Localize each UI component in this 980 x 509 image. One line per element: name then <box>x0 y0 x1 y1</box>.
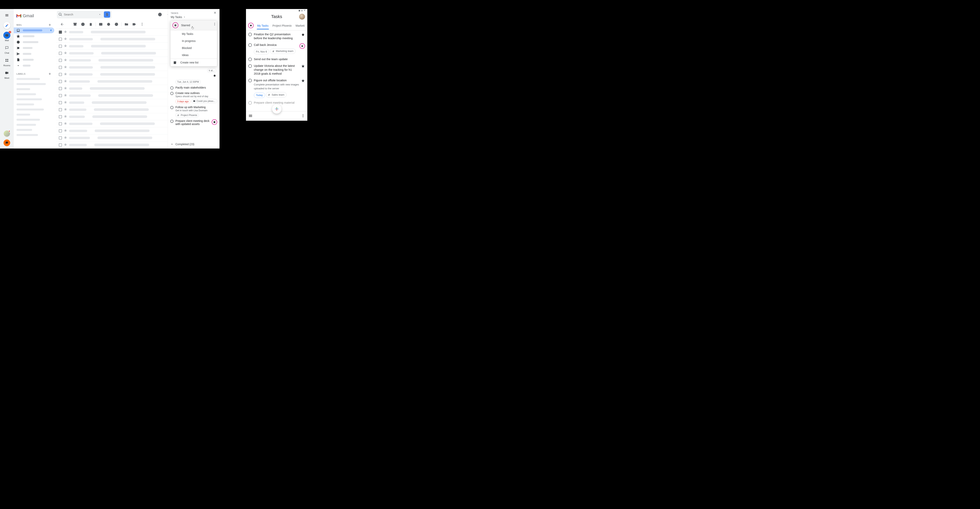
help-button[interactable] <box>156 11 164 18</box>
star-toggle[interactable] <box>64 129 67 133</box>
task-item[interactable]: Create new outlines Specs should out by … <box>170 92 217 103</box>
task-complete-toggle[interactable] <box>248 43 252 47</box>
mobile-avatar[interactable] <box>299 14 305 20</box>
task-complete-toggle[interactable] <box>248 57 252 61</box>
delete-button[interactable] <box>88 21 94 28</box>
task-star[interactable] <box>299 43 305 54</box>
rail-meet[interactable]: Meet <box>3 69 10 79</box>
task-complete-toggle[interactable] <box>248 64 252 68</box>
checkbox[interactable] <box>59 87 62 90</box>
mobile-menu-button[interactable] <box>248 114 253 119</box>
mobile-more-button[interactable] <box>301 114 305 118</box>
task-group-chip[interactable]: Sales team <box>266 92 286 97</box>
add-label-icon[interactable] <box>48 72 51 76</box>
task-complete-toggle[interactable] <box>170 106 173 117</box>
task-star[interactable] <box>301 32 305 40</box>
label-button[interactable] <box>131 21 138 28</box>
archive-button[interactable] <box>72 21 78 28</box>
star-toggle[interactable] <box>64 65 67 69</box>
nav-snoozed[interactable] <box>14 39 54 45</box>
star-toggle[interactable] <box>64 136 67 140</box>
checkbox[interactable] <box>59 66 62 69</box>
task-email-chip[interactable]: Could you pleas... <box>191 99 217 103</box>
checkbox[interactable] <box>59 52 62 55</box>
star-toggle[interactable] <box>64 143 67 147</box>
completed-toggle[interactable]: Completed (23) <box>168 140 220 148</box>
label-item[interactable] <box>14 132 54 138</box>
task-item[interactable]: Follow up with Marketing Get in touch wi… <box>170 106 217 117</box>
checkbox[interactable] <box>59 94 62 97</box>
task-complete-toggle[interactable] <box>248 33 252 36</box>
tasks-more-button[interactable] <box>212 21 218 28</box>
search-box[interactable] <box>57 11 112 18</box>
star-toggle[interactable] <box>64 51 67 55</box>
label-item[interactable] <box>14 107 54 112</box>
nav-sent[interactable] <box>14 51 54 57</box>
add-folder-icon[interactable] <box>48 23 51 27</box>
task-complete-toggle[interactable] <box>170 86 173 89</box>
addtask-button[interactable] <box>113 21 120 28</box>
doc-tool-button[interactable] <box>104 11 110 17</box>
checkbox[interactable] <box>59 80 62 83</box>
star-toggle[interactable] <box>64 87 67 90</box>
spam-button[interactable] <box>80 21 86 28</box>
mobile-task-item[interactable]: Send out the team update <box>248 57 305 61</box>
task-item[interactable]: Tue, Jun 4, 12:30PM <box>170 79 217 84</box>
chat-compose-button[interactable] <box>3 140 10 146</box>
task-item[interactable]: Pacify main stakeholders <box>170 86 217 89</box>
checkbox[interactable] <box>59 108 62 111</box>
checkbox[interactable] <box>59 45 62 48</box>
label-item[interactable] <box>14 117 54 122</box>
task-star[interactable] <box>212 119 217 126</box>
checkbox[interactable] <box>59 115 62 118</box>
rail-mail[interactable]: 4 Mail <box>3 32 10 41</box>
star-toggle[interactable] <box>64 115 67 119</box>
star-toggle[interactable] <box>64 30 67 34</box>
star-toggle[interactable] <box>64 94 67 97</box>
star-toggle[interactable] <box>64 37 67 41</box>
checkbox[interactable] <box>59 136 62 140</box>
label-item[interactable] <box>14 81 54 87</box>
gmail-brand[interactable]: Gmail <box>14 11 54 22</box>
task-star[interactable] <box>301 64 305 76</box>
label-item[interactable] <box>14 97 54 102</box>
back-button[interactable] <box>59 21 65 28</box>
checkbox[interactable] <box>59 38 62 41</box>
star-toggle[interactable] <box>64 44 67 48</box>
star-toggle[interactable] <box>64 73 67 76</box>
task-complete-toggle[interactable] <box>170 119 173 126</box>
tab-starred[interactable] <box>247 21 255 30</box>
star-toggle[interactable] <box>64 108 67 111</box>
nav-drafts[interactable] <box>14 57 54 63</box>
label-item[interactable] <box>14 76 54 81</box>
tab-project-phoenix[interactable]: Project Phoenix <box>270 22 294 29</box>
star-toggle[interactable] <box>64 58 67 62</box>
task-star[interactable] <box>301 78 305 98</box>
nav-starred[interactable] <box>14 33 54 39</box>
main-menu-button[interactable] <box>3 11 11 19</box>
star-toggle[interactable] <box>64 101 67 105</box>
compose-button[interactable] <box>3 22 10 29</box>
mobile-task-item[interactable]: Call back Jessica Fri, Nov 6 Marketing t… <box>248 43 305 54</box>
dropdown-blocked[interactable]: Blocked <box>170 45 217 51</box>
checkbox[interactable] <box>59 30 62 34</box>
label-item[interactable] <box>14 87 54 92</box>
search-input[interactable] <box>64 13 95 16</box>
label-item[interactable] <box>14 112 54 117</box>
label-item[interactable] <box>14 102 54 107</box>
task-group-chip[interactable]: Marketing team <box>270 48 296 54</box>
dropdown-mytasks[interactable]: My Tasks <box>170 30 217 37</box>
task-complete-toggle[interactable] <box>248 79 252 82</box>
checkbox[interactable] <box>59 122 62 126</box>
rail-rooms[interactable]: Rooms <box>3 57 10 67</box>
checkbox[interactable] <box>59 101 62 104</box>
mobile-add-task-button[interactable] <box>272 104 282 114</box>
mobile-task-item[interactable]: Update Victoria about the latest change … <box>248 64 305 76</box>
mobile-task-list[interactable]: Finalize the Q2 presentation before the … <box>246 30 307 111</box>
mobile-task-item[interactable]: Finalize the Q2 presentation before the … <box>248 32 305 40</box>
search-options-icon[interactable] <box>99 13 101 16</box>
star-toggle[interactable] <box>64 122 67 126</box>
dropdown-ideas[interactable]: Ideas <box>170 51 217 59</box>
star-toggle[interactable] <box>64 80 67 83</box>
rail-chat[interactable]: Chat <box>3 44 10 54</box>
